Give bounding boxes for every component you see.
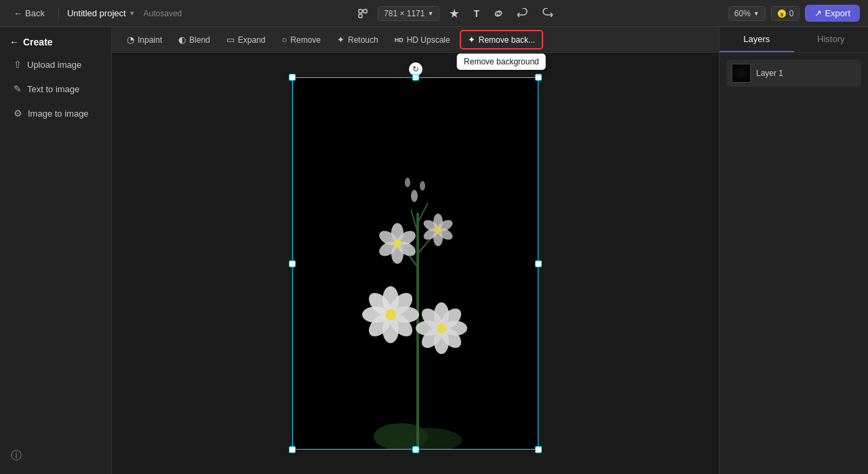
history-tab-label: History (817, 34, 844, 44)
text-icon-btn[interactable]: T (469, 5, 484, 22)
flower-background (292, 77, 538, 450)
back-button[interactable]: ← Back (8, 5, 50, 21)
handle-top-center[interactable] (412, 74, 419, 81)
blend-btn[interactable]: ◐ Blend (172, 31, 217, 48)
canvas-image-container[interactable]: ↻ (292, 77, 538, 450)
expand-icon: ▭ (226, 35, 235, 45)
sidebar-header: ← Create (0, 27, 111, 53)
credits-display: $ 0 (771, 6, 800, 21)
layer-thumbnail (732, 64, 751, 83)
autosaved-status: Autosaved (144, 9, 182, 18)
topbar: ← Back Untitled project ▼ Autosaved 781 … (0, 0, 868, 27)
credits-icon: $ (777, 9, 787, 18)
remove-bg-label: Remove back... (479, 35, 535, 45)
handle-middle-right[interactable] (535, 260, 542, 267)
tab-history[interactable]: History (794, 27, 869, 52)
upload-icon: ⇧ (14, 59, 22, 70)
credits-count: 0 (789, 9, 794, 18)
export-label: Export (825, 8, 850, 18)
create-label: Create (23, 37, 53, 47)
expand-btn[interactable]: ▭ Expand (220, 31, 273, 48)
upscale-icon: HD (395, 37, 403, 43)
image-to-image-icon: ⚙ (14, 108, 22, 119)
blend-label: Blend (189, 35, 210, 45)
flower-svg (292, 77, 538, 450)
layer-item[interactable]: Layer 1 (726, 60, 861, 87)
handle-top-left[interactable] (289, 74, 296, 81)
topbar-right-controls: 60% ▼ $ 0 ↗ Export (728, 5, 860, 22)
toolbar: ◔ Inpaint ◐ Blend ▭ Expand ○ Remove ✦ Re… (112, 27, 719, 53)
settings-icon-btn[interactable]: ⓘ (8, 446, 24, 466)
layer-name: Layer 1 (756, 68, 783, 78)
svg-point-46 (420, 181, 425, 191)
image-to-image-label: Image to image (28, 108, 89, 119)
upscale-btn[interactable]: HD HD Upscale (388, 32, 457, 48)
undo-btn[interactable] (513, 5, 532, 22)
svg-rect-2 (359, 14, 362, 18)
tooltip-text: Remove background (464, 57, 539, 66)
project-title: Untitled project (67, 8, 126, 18)
right-sidebar-tabs: Layers History (719, 27, 868, 53)
svg-point-44 (435, 226, 441, 233)
zoom-chevron-icon: ▼ (753, 10, 760, 17)
retouch-btn[interactable]: ✦ Retouch (330, 31, 385, 48)
inpaint-icon: ◔ (127, 35, 134, 45)
layers-panel: Layer 1 (719, 53, 868, 474)
handle-bottom-right[interactable] (535, 446, 542, 453)
remove-bg-container: ✦ Remove back... Remove background (460, 30, 543, 50)
remove-btn[interactable]: ○ Remove (275, 31, 328, 48)
main-layout: ← Create ⇧ Upload image ✎ Text to image … (0, 27, 868, 474)
svg-point-37 (393, 239, 401, 248)
blend-icon: ◐ (178, 35, 186, 45)
back-arrow-icon: ← (14, 8, 22, 18)
remove-bg-icon: ✦ (468, 35, 475, 45)
redo-btn[interactable] (538, 5, 557, 22)
retouch-label: Retouch (348, 35, 378, 45)
canvas-image[interactable] (292, 77, 538, 450)
link-icon-btn[interactable] (489, 5, 508, 22)
svg-point-21 (385, 309, 396, 320)
svg-rect-0 (359, 9, 362, 13)
sidebar-item-image-to-image[interactable]: ⚙ Image to image (4, 102, 107, 125)
remove-bg-tooltip: Remove background (457, 54, 546, 70)
svg-point-47 (405, 178, 410, 187)
sidebar-item-text-to-image[interactable]: ✎ Text to image (4, 77, 107, 100)
topbar-center-controls: 781 × 1171 ▼ T (353, 5, 557, 22)
frame-icon-btn[interactable] (353, 5, 372, 22)
dims-chevron-icon: ▼ (427, 10, 433, 17)
canvas-workspace[interactable]: ↻ (112, 53, 719, 474)
inpaint-btn[interactable]: ◔ Inpaint (120, 31, 169, 48)
remove-label: Remove (290, 35, 321, 45)
zoom-control[interactable]: 60% ▼ (728, 6, 766, 21)
handle-top-right[interactable] (535, 74, 542, 81)
create-icon: ← (9, 37, 19, 47)
svg-text:$: $ (781, 12, 784, 18)
tab-layers[interactable]: Layers (719, 27, 794, 52)
svg-rect-1 (363, 9, 367, 13)
svg-point-30 (437, 323, 446, 333)
back-label: Back (25, 8, 45, 18)
magic-icon-btn[interactable] (445, 5, 464, 22)
handle-bottom-center[interactable] (412, 446, 419, 453)
left-sidebar: ← Create ⇧ Upload image ✎ Text to image … (0, 27, 112, 474)
sidebar-item-upload[interactable]: ⇧ Upload image (4, 53, 107, 76)
svg-point-45 (411, 190, 418, 202)
zoom-level: 60% (734, 9, 751, 18)
text-to-image-label: Text to image (27, 84, 79, 94)
upscale-label: HD Upscale (407, 35, 450, 45)
export-button[interactable]: ↗ Export (805, 5, 860, 22)
sidebar-footer: ⓘ (0, 438, 111, 474)
expand-label: Expand (238, 35, 266, 45)
export-arrow-icon: ↗ (814, 8, 822, 18)
handle-bottom-left[interactable] (289, 446, 296, 453)
handle-middle-left[interactable] (289, 260, 296, 267)
canvas-dimensions[interactable]: 781 × 1171 ▼ (378, 6, 439, 21)
inpaint-label: Inpaint (138, 35, 162, 45)
layer-thumb-inner (732, 64, 750, 82)
project-title-area[interactable]: Untitled project ▼ (67, 8, 136, 18)
title-chevron-icon: ▼ (129, 9, 136, 17)
right-sidebar: Layers History Layer 1 (719, 27, 868, 474)
canvas-area: ◔ Inpaint ◐ Blend ▭ Expand ○ Remove ✦ Re… (112, 27, 719, 474)
remove-bg-btn[interactable]: ✦ Remove back... (460, 30, 543, 50)
upload-label: Upload image (27, 60, 81, 70)
